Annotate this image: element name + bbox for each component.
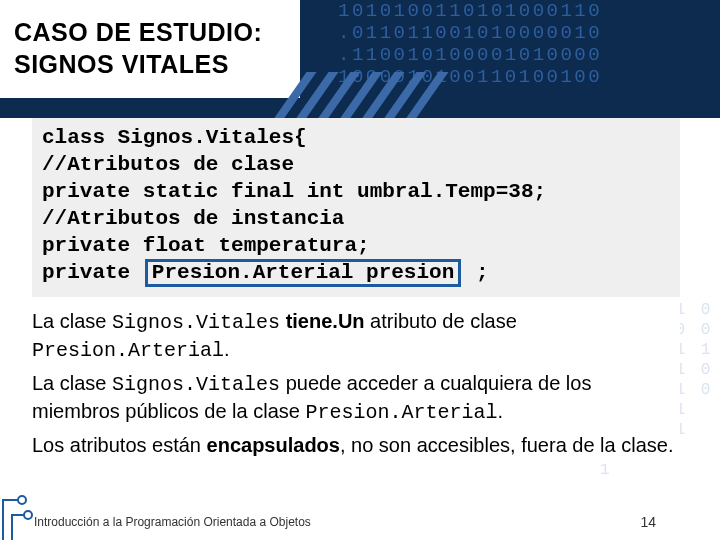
page-number: 14: [640, 514, 656, 530]
diagonal-stripes: [282, 72, 482, 118]
explanation-paragraph: Los atributos están encapsulados, no son…: [32, 432, 680, 458]
binary-row: 1010100110101000110: [338, 0, 720, 22]
explanation-paragraph: La clase Signos.Vitales puede acceder a …: [32, 370, 680, 426]
code-line: private float temperatura;: [42, 232, 670, 259]
code-line: //Atributos de instancia: [42, 205, 670, 232]
title-line-1: CASO DE ESTUDIO:: [14, 18, 262, 46]
title-line-2: SIGNOS VITALES: [14, 50, 229, 78]
code-line: private static final int umbral.Temp=38;: [42, 178, 670, 205]
binary-row: .011011001010000010: [338, 22, 720, 44]
svg-point-1: [24, 511, 32, 519]
title-box: CASO DE ESTUDIO: SIGNOS VITALES: [0, 0, 300, 98]
code-line: //Atributos de clase: [42, 151, 670, 178]
footer-text: Introducción a la Programación Orientada…: [34, 515, 311, 529]
circuit-icon: [0, 480, 40, 540]
code-block: class Signos.Vitales{ //Atributos de cla…: [32, 118, 680, 297]
code-line: class Signos.Vitales{: [42, 124, 670, 151]
highlighted-type: Presion.Arterial presion: [145, 259, 461, 287]
svg-point-0: [18, 496, 26, 504]
explanation-block: La clase Signos.Vitales tiene.Un atribut…: [32, 302, 680, 464]
explanation-paragraph: La clase Signos.Vitales tiene.Un atribut…: [32, 308, 680, 364]
binary-row: .110010100001010000: [338, 44, 720, 66]
footer: Introducción a la Programación Orientada…: [34, 514, 686, 530]
code-line: private Presion.Arterial presion ;: [42, 259, 670, 287]
